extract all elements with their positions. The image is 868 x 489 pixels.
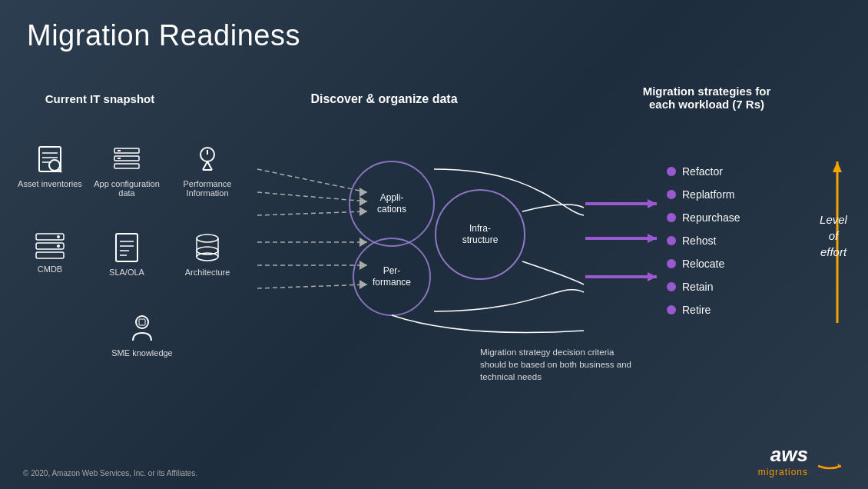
- retain-dot: [667, 282, 676, 291]
- section-header-strategies: Migration strategies foreach workload (7…: [630, 85, 784, 111]
- svg-rect-37: [114, 164, 139, 168]
- refactor-dot: [667, 167, 676, 176]
- svg-line-10: [257, 284, 367, 288]
- svg-marker-11: [359, 280, 367, 289]
- svg-line-43: [207, 161, 212, 170]
- svg-marker-24: [648, 234, 657, 243]
- section-header-current: Current IT snapshot: [23, 92, 177, 105]
- svg-text:structure: structure: [462, 235, 499, 245]
- svg-marker-5: [359, 207, 367, 216]
- architecture-item: Architecture: [173, 231, 242, 277]
- strategy-refactor: Refactor: [667, 165, 740, 178]
- relocate-dot: [667, 259, 676, 268]
- svg-line-0: [257, 169, 367, 192]
- aws-logo-main: aws: [770, 443, 808, 467]
- svg-rect-47: [36, 252, 64, 258]
- svg-rect-38: [118, 150, 121, 151]
- svg-rect-50: [116, 234, 137, 261]
- aws-logo: aws migrations: [758, 443, 845, 477]
- svg-point-12: [350, 161, 434, 246]
- rehost-label: Rehost: [682, 235, 716, 247]
- section-header-discover: Discover & organize data: [300, 92, 469, 106]
- svg-point-49: [57, 244, 60, 248]
- svg-marker-22: [648, 199, 657, 208]
- svg-rect-39: [118, 158, 121, 159]
- svg-rect-64: [139, 319, 145, 325]
- svg-marker-3: [359, 197, 367, 206]
- svg-text:Infra-: Infra-: [469, 223, 491, 234]
- app-config-item: App configuration data: [92, 142, 161, 198]
- svg-line-42: [203, 161, 207, 170]
- strategies-list: Refactor Replatform Repurchase Rehost Re…: [667, 165, 740, 316]
- svg-marker-7: [359, 238, 367, 247]
- migration-note: Migration strategy decision criteria sho…: [480, 346, 641, 383]
- svg-text:cations: cations: [377, 204, 406, 215]
- strategy-repurchase: Repurchase: [667, 211, 740, 224]
- svg-marker-9: [359, 261, 367, 270]
- asset-inventories-icon: [33, 142, 67, 176]
- performance-info-item: Performance Information: [173, 142, 242, 198]
- level-of-effort-label: Levelofeffort: [810, 211, 856, 260]
- strategy-relocate: Relocate: [667, 258, 740, 270]
- svg-point-15: [353, 238, 430, 315]
- architecture-icon: [190, 231, 224, 264]
- repurchase-label: Repurchase: [682, 211, 740, 224]
- slide: Migration Readiness Current IT snapshot …: [0, 0, 868, 489]
- sme-knowledge-item: SME knowledge: [108, 311, 177, 358]
- aws-logo-sub: migrations: [758, 467, 808, 477]
- cmdb-icon: [33, 231, 67, 261]
- svg-text:Appli-: Appli-: [380, 192, 404, 203]
- strategy-retain: Retain: [667, 281, 740, 293]
- relocate-label: Relocate: [682, 258, 724, 270]
- svg-point-18: [436, 190, 525, 279]
- retire-label: Retire: [682, 304, 711, 316]
- retire-dot: [667, 305, 676, 314]
- sla-ola-icon: [110, 231, 144, 264]
- app-config-icon: [110, 142, 144, 176]
- svg-text:formance: formance: [373, 277, 411, 288]
- svg-marker-1: [359, 188, 367, 197]
- rehost-dot: [667, 236, 676, 245]
- strategy-replatform: Replatform: [667, 188, 740, 201]
- sla-ola-item: SLA/OLA: [92, 231, 161, 277]
- strategy-rehost: Rehost: [667, 235, 740, 247]
- repurchase-dot: [667, 213, 676, 222]
- svg-marker-28: [833, 161, 842, 172]
- copyright-text: © 2020, Amazon Web Services, Inc. or its…: [23, 469, 197, 477]
- retain-label: Retain: [682, 281, 713, 293]
- svg-text:Per-: Per-: [383, 265, 401, 276]
- svg-line-2: [257, 192, 367, 201]
- replatform-label: Replatform: [682, 188, 734, 201]
- aws-icon: [814, 449, 845, 472]
- sme-knowledge-icon: [125, 311, 159, 345]
- svg-point-55: [197, 235, 218, 242]
- refactor-label: Refactor: [682, 165, 723, 178]
- svg-point-62: [136, 316, 148, 328]
- strategy-retire: Retire: [667, 304, 740, 316]
- replatform-dot: [667, 190, 676, 199]
- page-title: Migration Readiness: [27, 19, 300, 52]
- asset-inventories-item: Asset inventories: [15, 142, 84, 188]
- svg-point-33: [49, 160, 60, 171]
- svg-line-4: [257, 211, 367, 215]
- svg-point-48: [57, 235, 60, 238]
- performance-info-icon: [190, 142, 224, 176]
- cmdb-item: CMDB: [15, 231, 84, 274]
- svg-marker-26: [648, 272, 657, 281]
